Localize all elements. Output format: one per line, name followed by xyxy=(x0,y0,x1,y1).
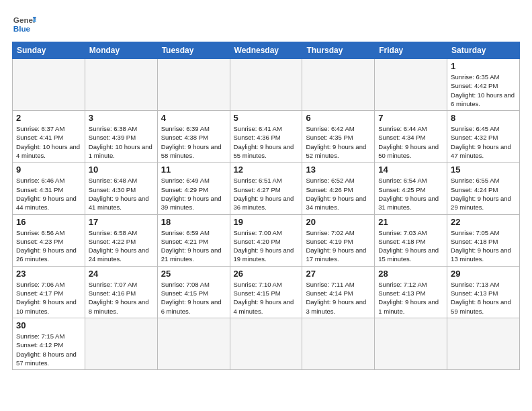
day-info: Sunrise: 6:54 AM Sunset: 4:25 PM Dayligh… xyxy=(378,176,443,212)
day-info: Sunrise: 7:00 AM Sunset: 4:20 PM Dayligh… xyxy=(234,228,299,264)
day-cell xyxy=(157,318,230,369)
day-number: 23 xyxy=(16,269,81,279)
day-info: Sunrise: 6:55 AM Sunset: 4:24 PM Dayligh… xyxy=(451,176,516,212)
day-cell: 6Sunrise: 6:42 AM Sunset: 4:35 PM Daylig… xyxy=(302,111,375,163)
week-row-6: 30Sunrise: 7:15 AM Sunset: 4:12 PM Dayli… xyxy=(13,318,520,369)
day-info: Sunrise: 6:59 AM Sunset: 4:21 PM Dayligh… xyxy=(161,228,226,264)
day-info: Sunrise: 6:58 AM Sunset: 4:22 PM Dayligh… xyxy=(89,228,154,264)
day-info: Sunrise: 6:49 AM Sunset: 4:29 PM Dayligh… xyxy=(161,176,226,212)
day-number: 1 xyxy=(451,61,516,71)
week-row-3: 9Sunrise: 6:46 AM Sunset: 4:31 PM Daylig… xyxy=(13,163,520,214)
day-info: Sunrise: 6:42 AM Sunset: 4:35 PM Dayligh… xyxy=(306,124,371,160)
day-info: Sunrise: 6:46 AM Sunset: 4:31 PM Dayligh… xyxy=(16,176,81,212)
day-cell: 28Sunrise: 7:12 AM Sunset: 4:13 PM Dayli… xyxy=(375,266,447,318)
day-cell xyxy=(85,59,157,111)
day-info: Sunrise: 7:07 AM Sunset: 4:16 PM Dayligh… xyxy=(89,280,154,316)
day-info: Sunrise: 6:35 AM Sunset: 4:42 PM Dayligh… xyxy=(451,73,516,108)
day-number: 8 xyxy=(451,113,516,123)
weekday-header-row: SundayMondayTuesdayWednesdayThursdayFrid… xyxy=(13,42,520,59)
day-cell: 26Sunrise: 7:10 AM Sunset: 4:15 PM Dayli… xyxy=(230,266,302,318)
day-number: 7 xyxy=(378,113,443,123)
day-cell: 18Sunrise: 6:59 AM Sunset: 4:21 PM Dayli… xyxy=(157,214,230,266)
weekday-header-monday: Monday xyxy=(85,42,157,59)
day-number: 9 xyxy=(16,165,81,175)
day-cell: 27Sunrise: 7:11 AM Sunset: 4:14 PM Dayli… xyxy=(302,266,375,318)
day-cell xyxy=(13,59,85,111)
day-cell: 21Sunrise: 7:03 AM Sunset: 4:18 PM Dayli… xyxy=(375,214,447,266)
day-cell: 4Sunrise: 6:39 AM Sunset: 4:38 PM Daylig… xyxy=(157,111,230,163)
day-info: Sunrise: 7:06 AM Sunset: 4:17 PM Dayligh… xyxy=(16,280,81,316)
day-cell: 12Sunrise: 6:51 AM Sunset: 4:27 PM Dayli… xyxy=(230,163,302,214)
day-cell: 20Sunrise: 7:02 AM Sunset: 4:19 PM Dayli… xyxy=(302,214,375,266)
weekday-header-thursday: Thursday xyxy=(302,42,375,59)
day-cell: 1Sunrise: 6:35 AM Sunset: 4:42 PM Daylig… xyxy=(447,59,520,111)
day-number: 3 xyxy=(89,113,154,123)
day-number: 18 xyxy=(161,217,226,227)
week-row-4: 16Sunrise: 6:56 AM Sunset: 4:23 PM Dayli… xyxy=(13,214,520,266)
day-cell: 2Sunrise: 6:37 AM Sunset: 4:41 PM Daylig… xyxy=(13,111,85,163)
day-number: 21 xyxy=(378,217,443,227)
day-number: 15 xyxy=(451,165,516,175)
day-info: Sunrise: 7:05 AM Sunset: 4:18 PM Dayligh… xyxy=(451,228,516,264)
day-cell: 23Sunrise: 7:06 AM Sunset: 4:17 PM Dayli… xyxy=(13,266,85,318)
day-number: 25 xyxy=(161,269,226,279)
day-number: 20 xyxy=(306,217,371,227)
weekday-header-tuesday: Tuesday xyxy=(157,42,230,59)
day-number: 10 xyxy=(89,165,154,175)
day-cell xyxy=(375,318,447,369)
weekday-header-wednesday: Wednesday xyxy=(230,42,302,59)
day-info: Sunrise: 7:03 AM Sunset: 4:18 PM Dayligh… xyxy=(378,228,443,264)
day-cell: 15Sunrise: 6:55 AM Sunset: 4:24 PM Dayli… xyxy=(447,163,520,214)
weekday-header-sunday: Sunday xyxy=(13,42,85,59)
day-number: 17 xyxy=(89,217,154,227)
day-number: 4 xyxy=(161,113,226,123)
day-info: Sunrise: 6:56 AM Sunset: 4:23 PM Dayligh… xyxy=(16,228,81,264)
day-number: 13 xyxy=(306,165,371,175)
day-cell: 24Sunrise: 7:07 AM Sunset: 4:16 PM Dayli… xyxy=(85,266,157,318)
day-info: Sunrise: 7:15 AM Sunset: 4:12 PM Dayligh… xyxy=(16,332,81,367)
day-number: 24 xyxy=(89,269,154,279)
logo: General Blue xyxy=(12,12,36,36)
day-info: Sunrise: 6:39 AM Sunset: 4:38 PM Dayligh… xyxy=(161,124,226,160)
week-row-2: 2Sunrise: 6:37 AM Sunset: 4:41 PM Daylig… xyxy=(13,111,520,163)
day-number: 22 xyxy=(451,217,516,227)
day-cell: 10Sunrise: 6:48 AM Sunset: 4:30 PM Dayli… xyxy=(85,163,157,214)
day-cell: 30Sunrise: 7:15 AM Sunset: 4:12 PM Dayli… xyxy=(13,318,85,369)
day-info: Sunrise: 6:37 AM Sunset: 4:41 PM Dayligh… xyxy=(16,124,81,160)
day-number: 29 xyxy=(451,269,516,279)
day-info: Sunrise: 6:48 AM Sunset: 4:30 PM Dayligh… xyxy=(89,176,154,212)
day-cell: 8Sunrise: 6:45 AM Sunset: 4:32 PM Daylig… xyxy=(447,111,520,163)
day-cell: 9Sunrise: 6:46 AM Sunset: 4:31 PM Daylig… xyxy=(13,163,85,214)
day-cell: 17Sunrise: 6:58 AM Sunset: 4:22 PM Dayli… xyxy=(85,214,157,266)
day-cell: 11Sunrise: 6:49 AM Sunset: 4:29 PM Dayli… xyxy=(157,163,230,214)
day-cell xyxy=(375,59,447,111)
day-cell: 14Sunrise: 6:54 AM Sunset: 4:25 PM Dayli… xyxy=(375,163,447,214)
day-number: 30 xyxy=(16,320,81,330)
day-cell: 16Sunrise: 6:56 AM Sunset: 4:23 PM Dayli… xyxy=(13,214,85,266)
weekday-header-saturday: Saturday xyxy=(447,42,520,59)
weekday-header-friday: Friday xyxy=(375,42,447,59)
day-info: Sunrise: 6:52 AM Sunset: 4:26 PM Dayligh… xyxy=(306,176,371,212)
day-info: Sunrise: 6:38 AM Sunset: 4:39 PM Dayligh… xyxy=(89,124,154,160)
day-cell: 25Sunrise: 7:08 AM Sunset: 4:15 PM Dayli… xyxy=(157,266,230,318)
day-info: Sunrise: 6:45 AM Sunset: 4:32 PM Dayligh… xyxy=(451,124,516,160)
day-cell xyxy=(230,318,302,369)
day-info: Sunrise: 7:11 AM Sunset: 4:14 PM Dayligh… xyxy=(306,280,371,316)
day-info: Sunrise: 7:12 AM Sunset: 4:13 PM Dayligh… xyxy=(378,280,443,316)
day-cell xyxy=(302,318,375,369)
day-cell: 7Sunrise: 6:44 AM Sunset: 4:34 PM Daylig… xyxy=(375,111,447,163)
day-info: Sunrise: 6:51 AM Sunset: 4:27 PM Dayligh… xyxy=(234,176,299,212)
day-cell xyxy=(447,318,520,369)
calendar: SundayMondayTuesdayWednesdayThursdayFrid… xyxy=(12,42,520,370)
day-info: Sunrise: 7:13 AM Sunset: 4:13 PM Dayligh… xyxy=(451,280,516,316)
day-number: 27 xyxy=(306,269,371,279)
day-number: 12 xyxy=(234,165,299,175)
day-number: 2 xyxy=(16,113,81,123)
day-info: Sunrise: 6:44 AM Sunset: 4:34 PM Dayligh… xyxy=(378,124,443,160)
week-row-1: 1Sunrise: 6:35 AM Sunset: 4:42 PM Daylig… xyxy=(13,59,520,111)
day-cell: 3Sunrise: 6:38 AM Sunset: 4:39 PM Daylig… xyxy=(85,111,157,163)
day-cell: 22Sunrise: 7:05 AM Sunset: 4:18 PM Dayli… xyxy=(447,214,520,266)
day-info: Sunrise: 6:41 AM Sunset: 4:36 PM Dayligh… xyxy=(234,124,299,160)
svg-text:Blue: Blue xyxy=(13,24,31,33)
page: General Blue SundayMondayTuesdayWednesda… xyxy=(0,0,532,411)
